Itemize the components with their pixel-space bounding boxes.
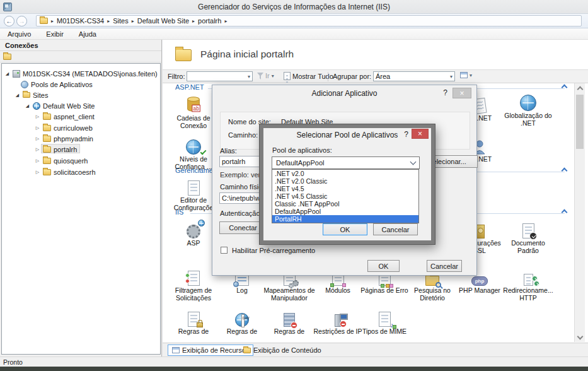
collapsed-arrow-icon[interactable]: ▷ bbox=[35, 126, 40, 131]
collapsed-arrow-icon[interactable]: ▷ bbox=[35, 147, 40, 152]
tree-node-phpmyadmin[interactable]: ▷ phpmyadmin bbox=[35, 134, 93, 143]
collapsed-arrow-icon[interactable]: ▷ bbox=[35, 170, 40, 175]
pool-option[interactable]: .NET v4.5 Classic bbox=[272, 192, 418, 200]
tree-node-sites[interactable]: ◢ Sites bbox=[14, 90, 48, 100]
tree-node-curriculoweb[interactable]: ▷ curriculoweb bbox=[35, 123, 93, 132]
help-button[interactable]: ? bbox=[443, 88, 447, 97]
chevron-down-icon bbox=[410, 159, 417, 165]
breadcrumb-server[interactable]: M01DSK-CS34 bbox=[57, 17, 104, 25]
close-icon: × bbox=[459, 90, 464, 97]
striped-document-icon bbox=[263, 308, 316, 327]
collapsed-arrow-icon[interactable]: ▷ bbox=[35, 136, 40, 141]
lock-document-icon bbox=[167, 308, 220, 327]
preload-label: Habilitar Pré-carregamento bbox=[232, 247, 315, 254]
close-button[interactable]: × bbox=[412, 129, 429, 139]
go-button[interactable]: Ir ▾ bbox=[257, 72, 274, 80]
collapsed-arrow-icon[interactable]: ▷ bbox=[35, 114, 40, 119]
tree-node-aspnet-client[interactable]: ▷ aspnet_client bbox=[35, 112, 95, 121]
feature-http-redirect[interactable]: Redirecioname... HTTP bbox=[502, 267, 555, 302]
scroll-up-icon[interactable] bbox=[577, 86, 584, 93]
feature-default-document[interactable]: Documento Padrão bbox=[502, 220, 555, 254]
funnel-icon bbox=[257, 73, 263, 80]
scrollbar-thumb[interactable] bbox=[576, 95, 584, 149]
breadcrumb-app[interactable]: portalrh bbox=[198, 17, 221, 25]
mime-icon: ♪ bbox=[358, 308, 411, 327]
cancel-button[interactable]: Cancelar bbox=[427, 260, 462, 272]
pool-combobox[interactable]: DefaultAppPool bbox=[272, 156, 420, 169]
page-title: Página inicial portalrh bbox=[200, 49, 294, 60]
filter-input[interactable]: ▾ bbox=[187, 71, 253, 81]
menu-bar: Arquivo Exibir Ajuda bbox=[0, 28, 588, 40]
feature-rewrite-rules[interactable]: Regras de bbox=[263, 308, 316, 336]
help-button[interactable]: ? bbox=[404, 130, 408, 139]
server-restriction-icon bbox=[311, 308, 364, 327]
forward-button[interactable]: → bbox=[16, 16, 27, 26]
back-button[interactable]: ← bbox=[4, 16, 14, 26]
tab-content-view[interactable]: Exibição de Conteúdo bbox=[239, 344, 325, 356]
feature-dotnet-globalization[interactable]: Globalização do .NET bbox=[502, 92, 555, 127]
view-tabs-bar: Exibição de Recursos Exibição de Conteúd… bbox=[163, 343, 588, 356]
expanded-arrow-icon[interactable]: ◢ bbox=[14, 93, 20, 98]
authentication-label: Autenticação bbox=[220, 209, 260, 217]
pool-option-selected[interactable]: PortalRH bbox=[272, 215, 418, 223]
cancel-button[interactable]: Cancelar bbox=[373, 223, 418, 235]
collapse-chevron-icon[interactable] bbox=[562, 168, 568, 174]
group-by-select[interactable]: Área▾ bbox=[373, 71, 455, 81]
feature-authorization-rules[interactable]: Regras de bbox=[167, 308, 220, 336]
menu-ajuda[interactable]: Ajuda bbox=[79, 30, 96, 38]
breadcrumb-arrow-icon: ▸ bbox=[132, 18, 134, 24]
svg-text:ab: ab bbox=[193, 105, 200, 112]
window-title: Gerenciador do Serviços de Informações d… bbox=[198, 3, 390, 11]
preload-checkbox[interactable] bbox=[221, 247, 228, 254]
expanded-arrow-icon[interactable]: ◢ bbox=[4, 71, 10, 76]
tree-node-app-pools[interactable]: Pools de Aplicativos bbox=[21, 80, 93, 89]
tree-node-server[interactable]: ◢ M01DSK-CS34 (METADADOS\jonas.feiten) bbox=[4, 69, 158, 78]
tree-node-portalrh[interactable]: ▷ portalrh bbox=[35, 144, 77, 154]
folder-icon bbox=[43, 158, 51, 164]
feature-ip-restrictions[interactable]: Restrições de IP bbox=[311, 308, 364, 336]
connections-pane: Conexões ◢ M01DSK-CS34 (METADADOS\jonas.… bbox=[0, 40, 162, 356]
globe-dav-icon bbox=[216, 308, 268, 327]
collapsed-arrow-icon[interactable]: ▷ bbox=[35, 158, 40, 163]
redirect-icon bbox=[502, 267, 555, 286]
tree-node-quiosquerh[interactable]: ▷ quiosquerh bbox=[35, 156, 88, 165]
show-all-button[interactable]: Mostrar Tudo bbox=[284, 72, 333, 80]
app-pools-icon bbox=[21, 81, 28, 88]
folder-icon bbox=[43, 169, 51, 175]
breadcrumb[interactable]: ▸ M01DSK-CS34 ▸ Sites ▸ Default Web Site… bbox=[36, 15, 582, 26]
pool-option[interactable]: Classic .NET AppPool bbox=[272, 200, 418, 208]
section-aspnet: ASP.NET bbox=[175, 83, 204, 91]
breadcrumb-sites[interactable]: Sites bbox=[113, 17, 128, 25]
dropdown-arrow-icon: ▾ bbox=[248, 74, 250, 80]
tree-node-default-web-site[interactable]: ◢ Default Web Site bbox=[25, 101, 95, 110]
ok-button[interactable]: OK bbox=[323, 223, 367, 235]
pool-option[interactable]: .NET v2.0 bbox=[272, 170, 418, 177]
show-all-icon bbox=[284, 72, 291, 80]
pool-option[interactable]: DefaultAppPool bbox=[272, 208, 418, 215]
pool-dropdown-list: .NET v2.0 .NET v2.0 Classic .NET v4.5 .N… bbox=[272, 169, 419, 223]
expanded-arrow-icon[interactable]: ◢ bbox=[25, 103, 30, 109]
breadcrumb-arrow-icon: ▸ bbox=[224, 18, 227, 24]
menu-exibir[interactable]: Exibir bbox=[46, 30, 64, 38]
view-selector-button[interactable]: ▾ bbox=[460, 72, 472, 78]
collapse-chevron-icon[interactable] bbox=[562, 85, 568, 91]
pool-option[interactable]: .NET v4.5 bbox=[272, 185, 418, 192]
feature-webdav-rules[interactable]: Regras de bbox=[216, 308, 268, 336]
site-globe-icon bbox=[33, 102, 40, 110]
save-connection-icon[interactable] bbox=[3, 54, 11, 60]
folder-icon bbox=[43, 146, 51, 153]
vertical-scrollbar[interactable] bbox=[574, 83, 585, 342]
feature-mime-types[interactable]: ♪ Tipos de MIME bbox=[358, 308, 411, 336]
document-check-icon bbox=[502, 220, 555, 238]
pool-option[interactable]: .NET v2.0 Classic bbox=[272, 177, 418, 185]
menu-arquivo[interactable]: Arquivo bbox=[8, 30, 31, 38]
breadcrumb-site[interactable]: Default Web Site bbox=[137, 17, 189, 25]
close-icon: × bbox=[418, 130, 422, 138]
collapse-chevron-icon[interactable] bbox=[562, 209, 568, 216]
path-label: Caminho: bbox=[228, 131, 258, 139]
close-button[interactable]: × bbox=[453, 88, 471, 98]
scroll-down-icon[interactable] bbox=[577, 334, 584, 340]
breadcrumb-arrow-icon: ▸ bbox=[192, 18, 195, 24]
ok-button[interactable]: OK bbox=[367, 260, 400, 272]
tree-node-solicitacoesrh[interactable]: ▷ solicitacoesrh bbox=[35, 167, 96, 177]
